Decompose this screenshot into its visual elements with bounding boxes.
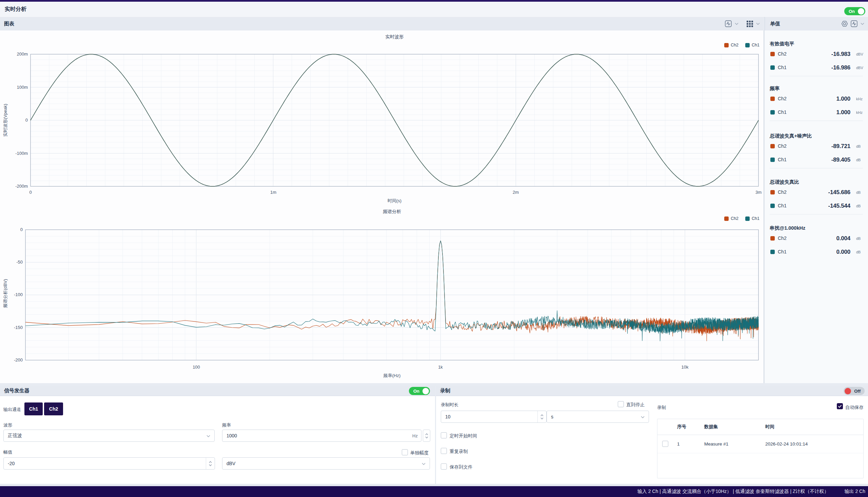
status-output: 输出 2 Ch — [845, 488, 865, 495]
frequency-input-value: 1000 — [226, 433, 412, 438]
sv-section-title: 有效值电平 — [770, 41, 795, 47]
repeat-recording-label: 重复录制 — [450, 449, 468, 455]
chart-type-chevron-icon[interactable] — [735, 23, 739, 25]
duration-input[interactable]: 10 — [441, 411, 547, 423]
measurement-row: Ch1 -89.405 dB — [764, 157, 868, 163]
amplitude-input[interactable]: -20 — [3, 457, 215, 470]
layout-grid-icon[interactable] — [747, 21, 753, 27]
top-bar: 实时分析 On — [0, 2, 868, 17]
recording-table-header: 序号 数据集 时间 — [658, 419, 863, 435]
save-to-file-checkbox[interactable] — [441, 464, 447, 470]
chart-panel-header: 图表 — [0, 17, 764, 31]
ch2-color-swatch — [770, 236, 775, 241]
row-dataset: Measure #1 — [704, 441, 728, 446]
channel-label: Ch2 — [778, 96, 787, 101]
signal-generator-toggle[interactable]: On — [409, 387, 430, 395]
amplitude-stepper[interactable] — [206, 458, 215, 469]
sp-xaxis-label: 频率(Hz) — [25, 373, 758, 379]
waveform-select[interactable]: 正弦波 — [3, 429, 215, 442]
channel-label: Ch1 — [778, 203, 787, 208]
duration-unit-select[interactable]: s — [547, 411, 649, 423]
spectrum-legend[interactable]: Ch2 Ch1 — [724, 216, 759, 221]
recording-list-label: 录制 — [657, 404, 666, 411]
amplitude-unit-select[interactable]: dBV — [222, 457, 430, 470]
charts-canvas[interactable] — [0, 30, 763, 383]
amplitude-unit-value: dBV — [226, 461, 422, 466]
single-values-panel: 有效值电平 Ch2 -16.983 dBV Ch1 -16.986 dBV 频率… — [764, 30, 868, 383]
ch1-legend-swatch — [745, 43, 750, 47]
measurement-unit: kHz — [856, 97, 863, 101]
amplitude-input-value: -20 — [8, 461, 206, 466]
wf-ytick: 100m — [0, 85, 28, 90]
frequency-input-unit: Hz — [412, 433, 418, 438]
layout-chevron-icon[interactable] — [756, 23, 760, 25]
col-header-dataset: 数据集 — [704, 424, 718, 430]
duration-stepper[interactable] — [537, 411, 546, 423]
toggle-label: Off — [854, 388, 860, 394]
row-no: 1 — [677, 441, 680, 446]
measurement-value: -89.721 — [831, 143, 850, 150]
output-channel-label: 输出通道 — [3, 407, 21, 413]
recording-header: 录制 — [436, 385, 868, 396]
settings-gear-icon[interactable] — [842, 21, 848, 27]
wf-xtick: 0 — [15, 190, 46, 195]
channel-label: Ch1 — [778, 110, 787, 115]
channel-label: Ch2 — [778, 143, 787, 149]
sp-xtick: 1k — [425, 365, 456, 370]
frequency-stepper[interactable] — [423, 429, 430, 442]
ch2-legend-label: Ch2 — [731, 43, 739, 47]
measurement-unit: dB — [856, 158, 860, 162]
measurement-unit: dB — [856, 250, 860, 254]
row-select-checkbox[interactable] — [662, 441, 668, 447]
measurement-value: 0.004 — [836, 235, 850, 242]
table-row[interactable]: 1 Measure #1 2026-02-24 10:01:14 — [658, 435, 863, 453]
channel-ch1-button[interactable]: Ch1 — [24, 402, 43, 415]
channel-label: Ch1 — [778, 157, 787, 162]
divider — [770, 214, 863, 214]
record-dot-icon — [845, 388, 851, 394]
waveform-chart-title: 实时波形 — [30, 34, 758, 40]
repeat-recording-checkbox[interactable] — [441, 448, 447, 454]
single-values-title: 单值 — [770, 21, 780, 27]
recording-toggle[interactable]: Off — [844, 387, 865, 395]
scheduled-start-checkbox[interactable] — [441, 432, 447, 438]
measurement-row: Ch2 -89.721 dB — [764, 143, 868, 150]
wf-xtick: 1m — [258, 190, 289, 195]
channel-ch2-button[interactable]: Ch2 — [44, 402, 63, 415]
measurement-row: Ch1 0.000 dB — [764, 248, 868, 255]
realtime-analysis-toggle[interactable]: On — [844, 7, 865, 15]
measurement-unit: dB — [856, 190, 860, 195]
ch1-color-swatch — [770, 250, 775, 254]
sp-xtick: 100 — [181, 365, 211, 370]
measurement-value: -145.544 — [828, 203, 850, 209]
individual-amplitude-checkbox[interactable] — [402, 449, 408, 455]
divider — [770, 120, 863, 121]
waveform-legend[interactable]: Ch2 Ch1 — [724, 43, 759, 47]
realtime-analysis-app: 实时分析 On 图表 单值 — [0, 0, 868, 497]
toggle-label: On — [413, 388, 419, 394]
frequency-input[interactable]: 1000 Hz — [222, 429, 422, 442]
measurement-value: -89.405 — [831, 157, 850, 163]
until-stop-checkbox[interactable] — [618, 401, 624, 407]
wf-ytick: 200m — [0, 52, 28, 57]
col-header-time: 时间 — [765, 424, 774, 430]
values-chevron-icon[interactable] — [860, 23, 864, 25]
wf-ytick: -200m — [0, 184, 28, 189]
recording-title: 录制 — [440, 387, 450, 394]
ch1-color-swatch — [770, 203, 775, 208]
chart-type-icon[interactable] — [725, 20, 732, 27]
duration-label: 录制时长 — [441, 402, 458, 408]
sv-section-title: 总谐波失真比 — [770, 179, 799, 185]
ch2-color-swatch — [770, 52, 775, 56]
measurement-row: Ch2 -145.686 dB — [764, 189, 868, 196]
sv-section-title: 频率 — [770, 85, 780, 92]
ch2-legend-swatch — [724, 43, 729, 47]
values-chart-icon[interactable] — [851, 20, 857, 27]
frequency-label: 频率 — [222, 422, 231, 428]
measurement-value: -16.986 — [831, 65, 850, 71]
auto-save-checkbox[interactable] — [837, 403, 843, 409]
until-stop-label: 直到停止 — [626, 402, 645, 408]
channel-label: Ch2 — [778, 236, 787, 241]
channel-label: Ch2 — [778, 189, 787, 195]
divider — [770, 76, 863, 76]
